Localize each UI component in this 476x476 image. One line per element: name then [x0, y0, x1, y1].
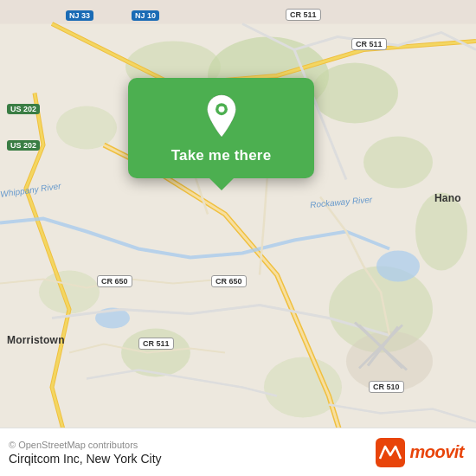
road-badge-cr511-2: CR 511	[351, 38, 387, 50]
moovit-logo: moovit	[376, 438, 464, 467]
bottom-bar-info: © OpenStreetMap contributors Cirqitcom I…	[9, 440, 162, 466]
attribution-text: © OpenStreetMap contributors	[9, 440, 162, 450]
moovit-logo-icon	[376, 438, 405, 467]
svg-point-5	[56, 106, 117, 150]
road-badge-nj33: NJ 33	[66, 10, 93, 21]
svg-point-2	[312, 63, 398, 124]
svg-point-3	[363, 137, 433, 189]
location-name: Cirqitcom Inc, New York City	[9, 452, 162, 466]
svg-point-10	[415, 193, 467, 271]
road-badge-cr511-3: CR 511	[138, 338, 174, 350]
road-badge-cr650-1: CR 650	[97, 275, 132, 287]
town-label-hano: Hano	[434, 192, 461, 204]
road-badge-us202-1: US 202	[7, 104, 40, 114]
road-badge-us202-2: US 202	[7, 140, 40, 151]
svg-rect-19	[376, 438, 405, 467]
popup-card: Take me there	[128, 78, 314, 178]
road-badge-nj10: NJ 10	[132, 10, 159, 21]
location-pin-icon	[199, 93, 244, 138]
road-badge-cr510: CR 510	[369, 381, 404, 393]
map-svg	[0, 0, 476, 476]
town-label-morristown: Morristown	[7, 334, 65, 346]
map-container: NJ 33 NJ 10 US 202 US 202 CR 511 CR 511 …	[0, 0, 476, 476]
svg-point-18	[218, 106, 224, 113]
svg-point-12	[376, 251, 420, 282]
take-me-there-button[interactable]: Take me there	[171, 147, 272, 164]
road-badge-cr650-2: CR 650	[211, 275, 247, 287]
road-badge-cr511-1: CR 511	[286, 9, 321, 21]
moovit-text: moovit	[409, 442, 464, 462]
bottom-bar: © OpenStreetMap contributors Cirqitcom I…	[0, 428, 476, 476]
